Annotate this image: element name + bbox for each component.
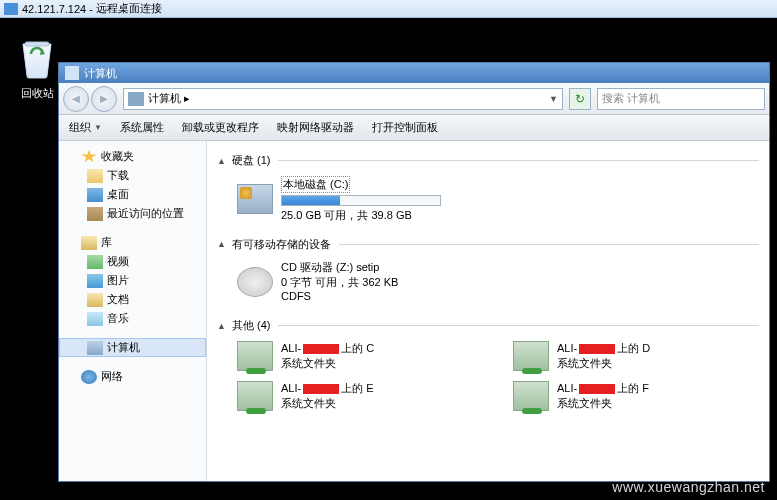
redacted [303, 344, 339, 354]
mapped-drive-icon [237, 341, 273, 371]
drive-sub: 系统文件夹 [557, 396, 759, 411]
picture-icon [87, 274, 103, 288]
category-hdd[interactable]: ▲硬盘 (1) [217, 153, 759, 168]
sidebar-network[interactable]: 网络 [59, 367, 206, 386]
window-title: 计算机 [84, 66, 117, 81]
search-placeholder: 搜索 计算机 [602, 91, 660, 106]
category-removable[interactable]: ▲有可移动存储的设备 [217, 237, 759, 252]
chevron-down-icon[interactable]: ▼ [549, 94, 558, 104]
drive-sub: 系统文件夹 [281, 356, 483, 371]
redacted [303, 384, 339, 394]
system-properties-button[interactable]: 系统属性 [120, 120, 164, 135]
drive-name: 本地磁盘 (C:) [281, 176, 350, 193]
drive-stats: 0 字节 可用，共 362 KB [281, 275, 759, 290]
drive-stats: 25.0 GB 可用，共 39.8 GB [281, 208, 759, 223]
sidebar-item-computer[interactable]: 计算机 [59, 338, 206, 357]
sidebar-item-downloads[interactable]: 下载 [59, 166, 206, 185]
category-other[interactable]: ▲其他 (4) [217, 318, 759, 333]
rdp-titlebar: 42.121.7.124 - 远程桌面连接 [0, 0, 777, 18]
video-icon [87, 255, 103, 269]
drive-name: ALI- 上的 C [281, 341, 483, 356]
folder-icon [87, 169, 103, 183]
mapped-drive-icon [513, 381, 549, 411]
mapped-drive-icon [237, 381, 273, 411]
sidebar: 收藏夹 下载 桌面 最近访问的位置 库 视频 图片 文档 音乐 计算机 网络 [59, 141, 207, 481]
hdd-icon [237, 184, 273, 214]
drive-sub: 系统文件夹 [281, 396, 483, 411]
sidebar-item-documents[interactable]: 文档 [59, 290, 206, 309]
refresh-button[interactable]: ↻ [569, 88, 591, 110]
drive-name: ALI- 上的 D [557, 341, 759, 356]
mapped-drive-f[interactable]: ALI- 上的 F系统文件夹 [513, 379, 759, 413]
document-icon [87, 293, 103, 307]
mapped-drive-e[interactable]: ALI- 上的 E系统文件夹 [237, 379, 483, 413]
desktop-icon [87, 188, 103, 202]
sidebar-libraries[interactable]: 库 [59, 233, 206, 252]
content-pane: ▲硬盘 (1) 本地磁盘 (C:) 25.0 GB 可用，共 39.8 GB ▲… [207, 141, 769, 481]
drive-fs: CDFS [281, 289, 759, 304]
address-bar[interactable]: 计算机 ▸ ▼ [123, 88, 563, 110]
computer-icon [65, 66, 79, 80]
computer-icon [128, 92, 144, 106]
sidebar-favorites[interactable]: 收藏夹 [59, 147, 206, 166]
drive-name: ALI- 上的 F [557, 381, 759, 396]
recycle-bin[interactable]: 回收站 [12, 36, 62, 101]
toolbar: 组织▼ 系统属性 卸载或更改程序 映射网络驱动器 打开控制面板 [59, 115, 769, 141]
watermark: www.xuewangzhan.net [612, 479, 765, 495]
drive-sub: 系统文件夹 [557, 356, 759, 371]
star-icon [81, 150, 97, 164]
sidebar-item-videos[interactable]: 视频 [59, 252, 206, 271]
sidebar-item-recent[interactable]: 最近访问的位置 [59, 204, 206, 223]
recycle-bin-icon [17, 36, 57, 80]
drive-name: ALI- 上的 E [281, 381, 483, 396]
explorer-titlebar[interactable]: 计算机 [59, 63, 769, 83]
computer-icon [87, 341, 103, 355]
remote-desktop-area: 回收站 计算机 ◄ ► 计算机 ▸ ▼ ↻ 搜索 计算机 组织▼ 系统属性 卸载… [0, 18, 777, 500]
explorer-window: 计算机 ◄ ► 计算机 ▸ ▼ ↻ 搜索 计算机 组织▼ 系统属性 卸载或更改程… [58, 62, 770, 482]
redacted [579, 384, 615, 394]
rdp-title-ip: 42.121.7.124 [22, 3, 86, 15]
mapped-drive-c[interactable]: ALI- 上的 C系统文件夹 [237, 339, 483, 373]
network-icon [81, 370, 97, 384]
library-icon [81, 236, 97, 250]
music-icon [87, 312, 103, 326]
rdp-icon [4, 3, 18, 15]
control-panel-button[interactable]: 打开控制面板 [372, 120, 438, 135]
svg-rect-0 [25, 42, 49, 46]
sidebar-item-pictures[interactable]: 图片 [59, 271, 206, 290]
cd-icon [237, 267, 273, 297]
recent-icon [87, 207, 103, 221]
search-input[interactable]: 搜索 计算机 [597, 88, 765, 110]
breadcrumb: 计算机 [148, 91, 181, 106]
back-button[interactable]: ◄ [63, 86, 89, 112]
mapped-drive-d[interactable]: ALI- 上的 D系统文件夹 [513, 339, 759, 373]
uninstall-button[interactable]: 卸载或更改程序 [182, 120, 259, 135]
drive-cd-z[interactable]: CD 驱动器 (Z:) setip 0 字节 可用，共 362 KB CDFS [217, 258, 759, 315]
capacity-bar [281, 195, 441, 206]
sidebar-item-music[interactable]: 音乐 [59, 309, 206, 328]
mapped-drive-icon [513, 341, 549, 371]
sidebar-item-desktop[interactable]: 桌面 [59, 185, 206, 204]
map-drive-button[interactable]: 映射网络驱动器 [277, 120, 354, 135]
recycle-bin-label: 回收站 [12, 86, 62, 101]
redacted [579, 344, 615, 354]
drive-local-c[interactable]: 本地磁盘 (C:) 25.0 GB 可用，共 39.8 GB [217, 174, 759, 233]
drive-name: CD 驱动器 (Z:) setip [281, 260, 759, 275]
rdp-title-app: 远程桌面连接 [96, 1, 162, 16]
nav-row: ◄ ► 计算机 ▸ ▼ ↻ 搜索 计算机 [59, 83, 769, 115]
organize-menu[interactable]: 组织▼ [69, 120, 102, 135]
forward-button[interactable]: ► [91, 86, 117, 112]
